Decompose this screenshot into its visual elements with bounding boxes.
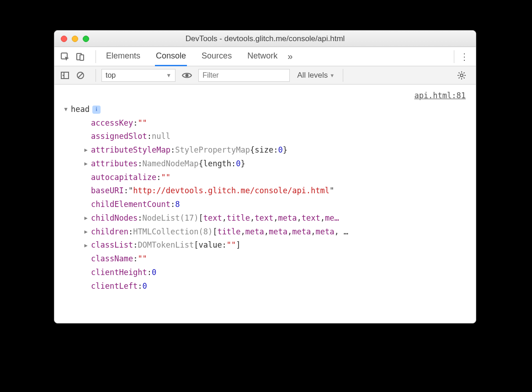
log-levels-select[interactable]: All levels ▼ [297, 71, 335, 80]
property-value-fragment: , [320, 212, 325, 225]
property-key: childNodes [91, 212, 138, 225]
chevron-down-icon: ▼ [166, 72, 171, 79]
property-row[interactable]: children: HTMLCollection(8) [title, meta… [63, 225, 468, 239]
disclosure-triangle-icon[interactable] [83, 159, 89, 169]
window-title: DevTools - devtools.glitch.me/console/ap… [54, 34, 476, 43]
property-value-fragment: meta [315, 225, 334, 239]
svg-rect-3 [61, 72, 69, 79]
property-value-fragment: [value: [194, 238, 227, 252]
close-window-button[interactable] [61, 36, 67, 42]
svg-line-14 [463, 77, 464, 78]
object-header-row[interactable]: head i [63, 103, 468, 117]
property-value-fragment: http://devtools.glitch.me/console/api.ht… [133, 184, 330, 198]
separator [343, 69, 343, 82]
context-label: top [106, 71, 120, 79]
tab-console[interactable]: Console [155, 47, 187, 66]
property-row[interactable]: childNodes: NodeList(17) [text, title, t… [63, 212, 468, 225]
property-key: clientHeight [91, 266, 147, 280]
property-key: clientLeft [91, 280, 138, 293]
disclosure-triangle-icon[interactable] [83, 227, 89, 237]
live-expression-icon[interactable] [181, 69, 193, 81]
filter-input[interactable] [198, 69, 290, 82]
disclosure-triangle-icon[interactable] [83, 213, 89, 223]
property-value-fragment: 8 [175, 198, 180, 212]
tab-elements[interactable]: Elements [105, 47, 141, 66]
property-value-fragment: } [241, 157, 245, 171]
property-row: childElementCount: 8 [63, 198, 468, 212]
property-key: assignedSlot [91, 130, 147, 143]
property-value-fragment: " [330, 184, 334, 198]
property-row[interactable]: attributeStyleMap: StylePropertyMap {siz… [63, 143, 468, 157]
property-row: clientHeight: 0 [63, 266, 468, 280]
zoom-window-button[interactable] [83, 36, 89, 42]
console-toolbar: top ▼ All levels ▼ [54, 66, 476, 85]
window-controls [54, 36, 89, 42]
property-row[interactable]: attributes: NamedNodeMap {length: 0} [63, 157, 468, 171]
toggle-console-sidebar-icon[interactable] [59, 69, 71, 81]
info-badge-icon[interactable]: i [92, 106, 101, 114]
property-value-fragment: ] [236, 238, 240, 252]
property-key: childElementCount [91, 198, 170, 212]
tab-network[interactable]: Network [246, 47, 278, 66]
property-value-fragment: DOMTokenList [138, 238, 194, 252]
property-value-fragment: , [297, 212, 301, 225]
svg-line-15 [463, 72, 464, 73]
property-value-fragment: meta [269, 225, 287, 239]
devtools-window: DevTools - devtools.glitch.me/console/ap… [54, 30, 476, 323]
property-key: attributes [91, 157, 138, 171]
property-value-fragment: 0 [236, 157, 240, 171]
property-value-fragment: null [152, 130, 170, 143]
svg-line-6 [78, 73, 83, 78]
inspect-element-icon[interactable] [59, 51, 71, 63]
property-value-fragment: , [264, 225, 269, 239]
kebab-menu-icon[interactable]: ⋮ [460, 51, 471, 62]
property-value-fragment: [ [198, 212, 203, 225]
execution-context-select[interactable]: top ▼ [101, 69, 176, 82]
property-row: className: "" [63, 252, 468, 266]
clear-console-icon[interactable] [74, 69, 86, 81]
svg-line-16 [459, 77, 460, 78]
property-value-fragment: HTMLCollection(8) [133, 225, 213, 239]
source-link[interactable]: api.html:81 [63, 89, 468, 103]
more-tabs-icon[interactable]: » [287, 51, 293, 62]
separator [96, 69, 96, 82]
property-value-fragment: text [302, 212, 320, 225]
property-value-fragment: title [227, 212, 250, 225]
property-key: autocapitalize [91, 171, 156, 185]
disclosure-triangle-icon[interactable] [83, 145, 89, 155]
device-toolbar-icon[interactable] [74, 51, 86, 63]
svg-point-7 [186, 74, 189, 77]
property-value-fragment: NodeList(17) [143, 212, 199, 225]
property-value-fragment: " [128, 184, 133, 198]
property-row: clientLeft: 0 [63, 280, 468, 293]
property-value-fragment: 0 [152, 266, 156, 280]
console-settings-icon[interactable] [456, 69, 468, 81]
property-value-fragment: , [273, 212, 278, 225]
svg-rect-2 [80, 55, 84, 60]
property-value-fragment: 0 [278, 143, 282, 157]
property-key: accessKey [91, 117, 133, 130]
property-value-fragment: {size: [250, 143, 278, 157]
minimize-window-button[interactable] [72, 36, 78, 42]
property-value-fragment: "" [138, 117, 147, 130]
tab-sources[interactable]: Sources [201, 47, 233, 66]
svg-point-8 [460, 74, 463, 77]
svg-line-13 [459, 72, 460, 73]
property-value-fragment: , [250, 212, 255, 225]
property-value-fragment: title [217, 225, 240, 239]
property-value-fragment: text [203, 212, 222, 225]
property-row: assignedSlot: null [63, 130, 468, 143]
property-key: className [91, 252, 133, 266]
property-key: children [91, 225, 128, 239]
property-value-fragment: 0 [143, 280, 147, 293]
property-value-fragment: meta [245, 225, 264, 239]
property-value-fragment: "" [138, 252, 147, 266]
disclosure-triangle-icon[interactable] [63, 105, 69, 114]
property-row: accessKey: "" [63, 117, 468, 130]
property-key: baseURI [91, 184, 124, 198]
property-row: baseURI: "http://devtools.glitch.me/cons… [63, 184, 468, 198]
disclosure-triangle-icon[interactable] [83, 241, 89, 250]
property-value-fragment: meta [292, 225, 311, 239]
object-label: head [71, 103, 90, 117]
property-row[interactable]: classList: DOMTokenList [value: ""] [63, 238, 468, 252]
